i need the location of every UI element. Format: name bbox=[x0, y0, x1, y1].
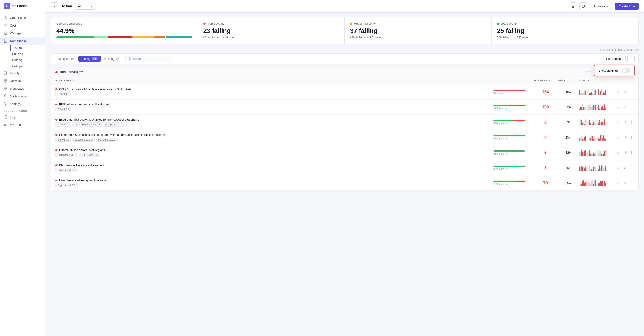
rule-tag: Exposure v1.0.0 bbox=[56, 183, 78, 187]
refresh-icon[interactable]: ↺ bbox=[622, 150, 627, 155]
more-icon[interactable]: ⋮ bbox=[629, 180, 634, 186]
history-bar bbox=[592, 180, 593, 186]
refresh-icon[interactable]: ↺ bbox=[622, 89, 627, 95]
history-bar bbox=[600, 168, 601, 171]
history-bar bbox=[604, 169, 604, 171]
history-bar bbox=[590, 165, 590, 171]
history-bar bbox=[584, 124, 585, 125]
settings-icon bbox=[4, 102, 8, 106]
progress-cell: 97% passing bbox=[494, 135, 534, 140]
refresh-icon[interactable]: ↺ bbox=[622, 135, 627, 140]
low-dot bbox=[497, 23, 499, 25]
more-icon[interactable]: ⋮ bbox=[629, 165, 634, 171]
rule-tags: Exposure v1.0.0 bbox=[56, 168, 494, 172]
progress-red bbox=[523, 165, 525, 167]
history-bar bbox=[598, 104, 599, 110]
history-bar bbox=[593, 139, 594, 140]
history-bar bbox=[605, 183, 606, 186]
items-count: 254 bbox=[557, 181, 580, 185]
sidebar-item-rules[interactable]: Rules bbox=[10, 45, 45, 51]
show-disabled-item[interactable]: Show disabled bbox=[595, 66, 633, 75]
more-icon[interactable]: ⋮ bbox=[629, 150, 634, 155]
sidebar-item-cost[interactable]: Cost bbox=[0, 22, 45, 29]
history-bar bbox=[598, 183, 599, 186]
history-bar bbox=[593, 167, 594, 171]
filter-tabs: All Rules 164 Failing 85 Passing 69 Noti… bbox=[51, 53, 638, 64]
high-sub: 48% failing out of 48 rules bbox=[203, 36, 339, 39]
progress-green bbox=[494, 150, 524, 152]
api-docs-icon bbox=[4, 123, 8, 127]
history-bar bbox=[596, 124, 596, 125]
star-icon[interactable]: ☆ bbox=[616, 135, 620, 140]
more-options-button[interactable]: ⋮ bbox=[628, 55, 635, 62]
rules-table: HIGH SEVERITY 1323 3762 23 FAILING / 23 … bbox=[51, 68, 638, 191]
tab-passing[interactable]: Passing 69 bbox=[101, 56, 122, 62]
sidebar-item-settings[interactable]: Settings bbox=[0, 100, 45, 108]
refresh-icon[interactable]: ↺ bbox=[622, 165, 627, 171]
history-bar bbox=[580, 119, 581, 125]
history-bar bbox=[587, 108, 588, 110]
refresh-icon[interactable]: ↺ bbox=[622, 180, 627, 186]
sidebar-item-bundles[interactable]: Bundles bbox=[10, 51, 45, 57]
sidebar-item-identity[interactable]: Identity bbox=[0, 69, 45, 77]
history-bar bbox=[580, 152, 581, 156]
overall-value: 44.9% bbox=[56, 27, 192, 35]
sidebar-item-networks[interactable]: Networks bbox=[0, 77, 45, 85]
sidebar-item-help[interactable]: Help bbox=[0, 113, 45, 121]
tab-failing[interactable]: Failing 85 bbox=[78, 56, 101, 62]
refresh-icon[interactable]: ↺ bbox=[622, 119, 627, 125]
filter-select[interactable]: All Active Inactive bbox=[76, 3, 95, 10]
sidebar-item-api-docs[interactable]: API Docs bbox=[0, 121, 45, 128]
rule-name: Ensure that S3 Buckets are configured wi… bbox=[56, 133, 494, 136]
compliance-subnav: Rules Bundles Catalog Categories bbox=[0, 45, 45, 69]
more-icon[interactable]: ⋮ bbox=[629, 104, 634, 110]
more-icon[interactable]: ⋮ bbox=[629, 135, 634, 140]
svg-point-7 bbox=[5, 103, 6, 104]
history-bar bbox=[593, 184, 594, 186]
history-bar bbox=[581, 107, 582, 110]
star-icon[interactable]: ☆ bbox=[616, 180, 620, 186]
history-bar bbox=[604, 138, 604, 140]
refresh-button[interactable] bbox=[580, 3, 587, 10]
low-sub: 56% failing out of 45 rules bbox=[497, 36, 633, 39]
star-icon[interactable]: ☆ bbox=[616, 89, 620, 95]
history-bar bbox=[585, 119, 586, 125]
history-bar bbox=[600, 181, 601, 186]
rule-tags: CIS v1.4.0 bbox=[56, 92, 494, 96]
star-icon[interactable]: ☆ bbox=[616, 119, 620, 125]
progress-bar bbox=[494, 105, 525, 106]
history-bar bbox=[601, 154, 602, 156]
all-views-button[interactable]: All Views bbox=[590, 3, 612, 10]
sidebar-item-catalog[interactable]: Catalog bbox=[10, 57, 45, 63]
history-bar bbox=[598, 105, 598, 110]
refresh-icon[interactable]: ↺ bbox=[622, 104, 627, 110]
back-button[interactable] bbox=[51, 3, 58, 10]
download-button[interactable] bbox=[569, 3, 577, 10]
star-icon[interactable]: ☆ bbox=[616, 165, 620, 171]
history-bar bbox=[604, 104, 604, 110]
sidebar-item-notifications[interactable]: Notifications bbox=[0, 92, 45, 100]
star-icon[interactable]: ☆ bbox=[616, 150, 620, 155]
star-icon[interactable]: ☆ bbox=[616, 104, 620, 110]
history-bar bbox=[605, 150, 606, 156]
history-bar bbox=[590, 120, 590, 125]
notifications-button[interactable]: Notifications bbox=[603, 56, 626, 62]
history-bar bbox=[591, 169, 592, 171]
bar-green bbox=[56, 36, 94, 38]
sidebar-item-wastage[interactable]: Wastage bbox=[0, 29, 45, 37]
sidebar-item-organization[interactable]: Organization bbox=[0, 14, 45, 22]
history-bar bbox=[592, 124, 593, 125]
create-rule-button[interactable]: Create Rule bbox=[615, 3, 638, 10]
progress-red bbox=[510, 105, 525, 106]
more-icon[interactable]: ⋮ bbox=[629, 89, 634, 95]
show-disabled-toggle[interactable] bbox=[622, 68, 630, 73]
sidebar-item-categories[interactable]: Categories bbox=[10, 63, 45, 69]
sidebar-item-compliance[interactable]: Compliance bbox=[0, 37, 45, 45]
history-bar bbox=[588, 153, 588, 156]
tab-all-rules[interactable]: All Rules 164 bbox=[54, 56, 78, 62]
history-bar bbox=[596, 91, 596, 95]
search-input[interactable] bbox=[133, 57, 169, 61]
more-icon[interactable]: ⋮ bbox=[629, 119, 634, 125]
sidebar-item-workloads[interactable]: Workloads bbox=[0, 85, 45, 92]
history-bar bbox=[593, 153, 594, 156]
